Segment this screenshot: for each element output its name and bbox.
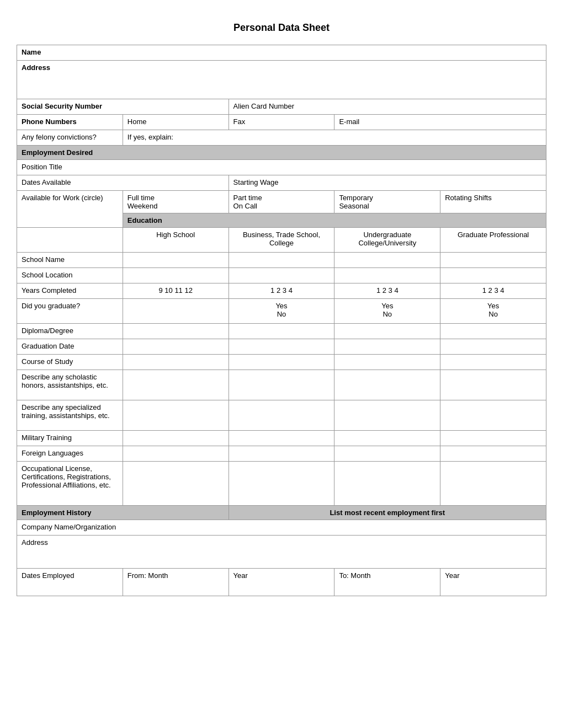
occupational-label: Occupational License, Certifications, Re… [22,464,111,489]
phone-row: Phone Numbers Home Fax E-mail [17,115,546,130]
specialized-grad [440,400,546,431]
graduate-hs-cell [123,299,229,324]
grad-date-grad [440,339,546,355]
military-row: Military Training [17,431,546,446]
school-location-label-cell: School Location [17,268,123,283]
scholastic-hs [123,370,229,400]
scholastic-label: Describe any scholastic honors, assistan… [22,373,108,389]
specialized-bus [229,400,334,431]
military-hs [123,431,229,446]
phone-home-label: Home [128,117,147,126]
military-grad [440,431,546,446]
specialized-ug [334,400,440,431]
from-month-label: From: Month [128,571,168,580]
diploma-bus [229,324,334,339]
course-of-study-label: Course of Study [22,357,73,366]
seasonal-label: Seasonal [339,202,369,210]
dates-employed-label-cell: Dates Employed [17,569,123,596]
years-ug: 1 2 3 4 [376,286,399,295]
employment-desired-header: Employment Desired [17,146,546,160]
edu-high-school-label: High School [156,231,195,239]
full-time-cell: Full time Weekend [123,191,229,213]
to-month-label: To: Month [339,571,370,580]
years-ug-cell: 1 2 3 4 [334,283,440,299]
grad-date-ug [334,339,440,355]
edu-blank-cell [17,228,123,253]
specialized-label-cell: Describe any specialized training, assis… [17,400,123,431]
grad-date-hs [123,339,229,355]
years-grad-cell: 1 2 3 4 [440,283,546,299]
felony-cell: Any felony convictions? [17,130,123,146]
emp-address-cell: Address [17,536,546,569]
name-label: Name [22,48,41,56]
phone-fax-cell: Fax [229,115,334,130]
alien-card-label: Alien Card Number [233,102,295,110]
scholastic-label-cell: Describe any scholastic honors, assistan… [17,370,123,400]
diploma-grad [440,324,546,339]
years-completed-row: Years Completed 9 10 11 12 1 2 3 4 1 2 3… [17,283,546,299]
years-completed-label-cell: Years Completed [17,283,123,299]
years-hs-cell: 9 10 11 12 [123,283,229,299]
temporary-label: Temporary [339,194,373,202]
dates-employed-label: Dates Employed [22,571,74,580]
position-title-cell: Position Title [17,160,546,175]
starting-wage-cell: Starting Wage [229,175,546,191]
edu-undergraduate-label: Undergraduate College/University [358,231,416,247]
edu-business-label: Business, Trade School, College [243,231,320,247]
edu-graduate-header: Graduate Professional [440,228,546,253]
course-ug [334,355,440,370]
full-time-label: Full time [128,194,155,202]
graduation-date-label-cell: Graduation Date [17,339,123,355]
specialized-row: Describe any specialized training, assis… [17,400,546,431]
scholastic-row: Describe any scholastic honors, assistan… [17,370,546,400]
years-grad: 1 2 3 4 [482,286,504,295]
alien-card-cell: Alien Card Number [229,99,546,115]
military-ug [334,431,440,446]
from-month-cell: From: Month [123,569,229,596]
to-month-cell: To: Month [334,569,440,596]
diploma-hs [123,324,229,339]
years-hs: 9 10 11 12 [158,286,192,295]
emp-address-label: Address [22,538,48,547]
foreign-hs [123,446,229,462]
school-location-ug [334,268,440,283]
education-label: Education [128,216,162,224]
specialized-hs [123,400,229,431]
graduate-grad-cell: YesNo [440,299,546,324]
years-bus-cell: 1 2 3 4 [229,283,334,299]
foreign-lang-label-cell: Foreign Languages [17,446,123,462]
company-name-row: Company Name/Organization [17,520,546,536]
edu-business-header: Business, Trade School, College [229,228,334,253]
scholastic-grad [440,370,546,400]
list-most-recent-cell: List most recent employment first [229,506,546,520]
weekend-label: Weekend [128,202,158,210]
phone-numbers-label: Phone Numbers [22,117,77,126]
diploma-label-cell: Diploma/Degree [17,324,123,339]
year2-cell: Year [440,569,546,596]
starting-wage-label: Starting Wage [233,178,279,186]
year2-label: Year [445,571,459,580]
available-for-work-row: Available for Work (circle) Full time We… [17,191,546,213]
education-header: Education [123,213,546,228]
edu-high-school-header: High School [123,228,229,253]
school-name-row: School Name [17,253,546,268]
occupational-bus [229,462,334,506]
employment-desired-label: Employment Desired [22,148,93,157]
foreign-bus [229,446,334,462]
available-for-work-cell: Available for Work (circle) [17,191,123,228]
course-hs [123,355,229,370]
years-completed-label: Years Completed [22,286,76,295]
year-cell: Year [229,569,334,596]
school-location-bus [229,268,334,283]
part-time-cell: Part time On Call [229,191,334,213]
address-label: Address [22,63,50,72]
military-bus [229,431,334,446]
list-most-recent-label: List most recent employment first [330,508,445,517]
years-bus: 1 2 3 4 [270,286,293,295]
foreign-grad [440,446,546,462]
edu-undergraduate-header: Undergraduate College/University [334,228,440,253]
scholastic-ug [334,370,440,400]
on-call-label: On Call [233,202,257,210]
ssn-label: Social Security Number [22,102,102,110]
employment-desired-row: Employment Desired [17,146,546,160]
